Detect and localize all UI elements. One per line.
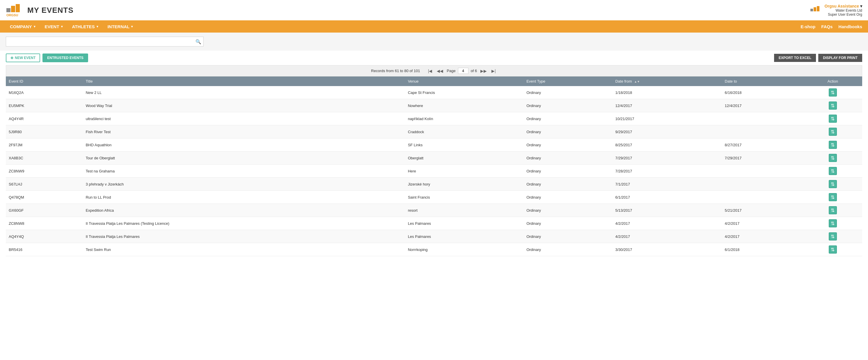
search-button[interactable]: 🔍: [195, 39, 201, 44]
table-body: M16Q2A New 2 LL Cape St Francis Ordinary…: [6, 86, 862, 256]
cell-event-type: Ordinary: [523, 99, 612, 112]
first-page-button[interactable]: |◀: [427, 68, 434, 73]
page-title: MY EVENTS: [27, 6, 73, 15]
action-button[interactable]: ⇅: [829, 245, 837, 253]
cell-date-from: 10/21/2017: [612, 112, 722, 125]
cell-action: ⇅: [803, 217, 862, 230]
page-label: Page: [447, 69, 455, 73]
cell-date-from: 4/2/2017: [612, 217, 722, 230]
entrusted-events-button[interactable]: ENTRUSTED EVENTS: [42, 54, 88, 62]
cell-date-from: 3/30/2017: [612, 243, 722, 256]
records-text: Records from 61 to 80 of 101: [371, 69, 420, 73]
cell-event-type: Ordinary: [523, 191, 612, 204]
svg-rect-4: [810, 9, 813, 11]
nav-right: E-shop FAQs Handbooks: [801, 24, 862, 29]
cell-event-id: GX60GF: [6, 204, 83, 217]
main-content: ⊕ NEW EVENT ENTRUSTED EVENTS EXPORT TO E…: [0, 51, 868, 259]
action-button[interactable]: ⇅: [829, 88, 837, 96]
table-row: 2F97JM BHD Aquathlon SF Links Ordinary 8…: [6, 139, 862, 151]
action-button[interactable]: ⇅: [829, 180, 837, 188]
action-button[interactable]: ⇅: [829, 128, 837, 136]
user-org2: Super User Event Org: [825, 12, 862, 17]
action-button[interactable]: ⇅: [829, 154, 837, 162]
table-row: XA8B3C Tour de Oberglatt Oberglatt Ordin…: [6, 151, 862, 164]
cell-event-id: EU5MPK: [6, 99, 83, 112]
table-row: ZC8NW9 Test na Grahama Here Ordinary 7/2…: [6, 164, 862, 178]
col-event-id: Event ID: [6, 77, 83, 86]
cell-date-to: [722, 164, 803, 178]
table-row: Q478QM Run to LL Prod Saint Francis Ordi…: [6, 191, 862, 204]
col-date-to: Date to: [722, 77, 803, 86]
cell-event-id: Q478QM: [6, 191, 83, 204]
nav-athletes[interactable]: ATHLETES▾: [68, 22, 102, 31]
nav-internal[interactable]: INTERNAL▾: [103, 22, 137, 31]
user-display-name[interactable]: Orgsu Assistance ▾: [825, 4, 862, 8]
user-logo-icon: [810, 5, 822, 15]
cell-event-type: Ordinary: [523, 178, 612, 191]
cell-action: ⇅: [803, 112, 862, 125]
nav-faqs[interactable]: FAQs: [821, 24, 833, 29]
cell-date-to: [722, 178, 803, 191]
next-page-button[interactable]: ▶▶: [479, 68, 488, 73]
cell-event-id: XA8B3C: [6, 151, 83, 164]
display-print-button[interactable]: DISPLAY FOR PRINT: [818, 54, 862, 62]
table-row: AQ4Y4Q II Travessia Platja Les Palmares …: [6, 230, 862, 243]
action-button[interactable]: ⇅: [829, 141, 837, 149]
col-title: Title: [83, 77, 405, 86]
action-button[interactable]: ⇅: [829, 101, 837, 110]
cell-venue: Jizerské hory: [405, 178, 524, 191]
action-button[interactable]: ⇅: [829, 193, 837, 201]
cell-event-id: 5J9R80: [6, 125, 83, 139]
nav-handbooks[interactable]: Handbooks: [838, 24, 862, 29]
cell-event-id: AQ4Y4Q: [6, 230, 83, 243]
cell-title: II Travessia Platja Les Palmares (Testin…: [83, 217, 405, 230]
action-button[interactable]: ⇅: [829, 232, 837, 240]
last-page-button[interactable]: ▶|: [490, 68, 497, 73]
action-button[interactable]: ⇅: [829, 219, 837, 228]
col-date-from[interactable]: Date from ▲▼: [612, 77, 722, 86]
nav-eshop[interactable]: E-shop: [801, 24, 815, 29]
action-button[interactable]: ⇅: [829, 115, 837, 123]
svg-rect-2: [16, 4, 20, 12]
cell-event-type: Ordinary: [523, 230, 612, 243]
cell-title: Tour de Oberglatt: [83, 151, 405, 164]
nav-company[interactable]: COMPANY▾: [6, 22, 39, 31]
svg-rect-5: [814, 7, 816, 11]
search-input[interactable]: [6, 37, 204, 47]
company-chevron-icon: ▾: [34, 25, 35, 29]
cell-action: ⇅: [803, 191, 862, 204]
action-button[interactable]: ⇅: [829, 206, 837, 214]
page-input[interactable]: 4: [458, 68, 468, 74]
cell-event-type: Ordinary: [523, 243, 612, 256]
table-row: GX60GF Expedition Africa resort Ordinary…: [6, 204, 862, 217]
cell-date-to: [722, 112, 803, 125]
export-excel-button[interactable]: EXPORT TO EXCEL: [774, 54, 816, 62]
prev-page-button[interactable]: ◀◀: [436, 68, 444, 73]
event-chevron-icon: ▾: [61, 25, 63, 29]
svg-text:ORGSU: ORGSU: [6, 13, 18, 17]
events-table: Event ID Title Venue Event Type Date fro…: [6, 77, 862, 256]
cell-date-to: 7/29/2017: [722, 151, 803, 164]
new-event-button[interactable]: ⊕ NEW EVENT: [6, 54, 40, 62]
cell-date-to: [722, 191, 803, 204]
internal-chevron-icon: ▾: [131, 25, 133, 29]
cell-title: New 2 LL: [83, 86, 405, 99]
table-row: 5J9R80 Fish River Test Craddock Ordinary…: [6, 125, 862, 139]
table-row: BR5416 Test Swim Run Norrrkoping Ordinar…: [6, 243, 862, 256]
cell-venue: Here: [405, 164, 524, 178]
cell-event-id: S67LHJ: [6, 178, 83, 191]
cell-venue: například Kolín: [405, 112, 524, 125]
header: ORGSU MY EVENTS Orgsu Assistance ▾ Water…: [0, 0, 868, 20]
cell-event-type: Ordinary: [523, 112, 612, 125]
navigation-bar: COMPANY▾ EVENT▾ ATHLETES▾ INTERNAL▾ E-sh…: [0, 20, 868, 33]
cell-action: ⇅: [803, 99, 862, 112]
nav-event[interactable]: EVENT▾: [41, 22, 67, 31]
cell-date-from: 1/18/2018: [612, 86, 722, 99]
action-button[interactable]: ⇅: [829, 167, 837, 175]
table-row: S67LHJ 3 přehrady v Jizerkách Jizerské h…: [6, 178, 862, 191]
table-row: AQ4Y4R ultrašilenci test například Kolín…: [6, 112, 862, 125]
cell-title: Fish River Test: [83, 125, 405, 139]
toolbar: ⊕ NEW EVENT ENTRUSTED EVENTS EXPORT TO E…: [6, 54, 862, 62]
table-row: M16Q2A New 2 LL Cape St Francis Ordinary…: [6, 86, 862, 99]
cell-title: Run to LL Prod: [83, 191, 405, 204]
